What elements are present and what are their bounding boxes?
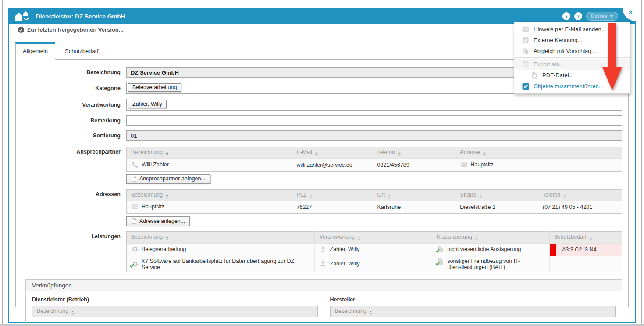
gear-icon (131, 245, 139, 253)
menu-separator (514, 57, 630, 58)
help-icon[interactable]: ? (574, 12, 582, 20)
person-icon (319, 260, 327, 267)
bemerkung-field[interactable] (126, 115, 622, 126)
adresse-anlegen-button[interactable]: Adresse anlegen... (126, 216, 190, 226)
col-header-verantwortung[interactable]: Verantwortung (315, 232, 432, 244)
check-circle-icon (18, 26, 25, 33)
titlebar-actions: i ? Extras (562, 12, 618, 21)
ansprechpartner-anlegen-button[interactable]: Ansprechpartner anlegen... (126, 174, 210, 184)
sort-icon (388, 194, 391, 199)
sort-icon (590, 236, 592, 241)
address-card-icon (131, 203, 139, 211)
sort-icon (398, 152, 401, 156)
tab-allgemein[interactable]: Allgemein (15, 42, 55, 60)
copy-icon (522, 48, 529, 55)
export-icon (522, 61, 529, 68)
gear-icon (131, 260, 139, 268)
extras-menu: Hinweis per E-Mail senden... Externe Ken… (514, 22, 630, 94)
new-document-icon (131, 176, 137, 182)
check-icon (130, 263, 134, 269)
dialog-titlebar: Dienstleister: DZ Service GmbH i ? Extra… (9, 9, 635, 24)
bemerkung-label: Bemerkung (16, 116, 126, 125)
col-header-email[interactable]: E-Mail (292, 147, 373, 159)
sort-icon (358, 236, 360, 241)
adressen-label: Adressen (16, 189, 126, 200)
table-row[interactable]: Belegverarbeitung Zahler, Willy nicht we… (127, 244, 622, 256)
verantwortung-field[interactable]: Zahler, Willy (126, 99, 622, 111)
last-released-version-link[interactable]: Zur letzten freigegebenen Version... (27, 26, 124, 33)
chevron-down-icon (610, 15, 613, 18)
empty-table-header: Bezeichnung (330, 306, 616, 317)
sort-icon (315, 152, 318, 156)
extras-button[interactable]: Extras (586, 12, 618, 21)
sort-icon (166, 152, 168, 156)
sort-icon (370, 311, 372, 315)
tab-schutzbedarf[interactable]: Schutzbedarf (55, 43, 108, 59)
form-row-sortierung: Sortierung (16, 130, 622, 141)
close-icon: ✕ (628, 9, 633, 16)
classification-document-icon (437, 245, 444, 253)
dienstleister-betrieb-section: Dienstleister (Betrieb) Bezeichnung (32, 297, 318, 317)
new-document-icon (131, 218, 137, 224)
col-header-ort[interactable]: Ort (373, 189, 455, 201)
tab-panel-allgemein: Bezeichnung Kategorie Belegverarbeitung … (15, 59, 629, 307)
verknuepfungen-box: Verknüpfungen Dienstleister (Betrieb) Be… (25, 279, 622, 324)
sort-icon (475, 236, 478, 241)
address-card-icon (460, 161, 467, 168)
sort-icon (166, 194, 168, 199)
menu-item-export-als: Export als... (514, 59, 630, 70)
verknuepfungen-title: Verknüpfungen (26, 280, 622, 291)
col-header-telefon[interactable]: Telefon (538, 189, 622, 201)
menu-item-pdf-datei[interactable]: PDF-Datei... (514, 70, 630, 81)
bezeichnung-label: Bezeichnung (16, 68, 126, 77)
menu-item-abgleich-vorschlag[interactable]: Abgleich mit Vorschlag... (514, 46, 630, 57)
sort-icon (71, 311, 74, 315)
sortierung-field[interactable] (126, 130, 622, 141)
col-header-bezeichnung[interactable]: Bezeichnung (127, 147, 292, 159)
kategorie-chip[interactable]: Belegverarbeitung (128, 83, 181, 92)
col-header-klassifizierung[interactable]: Klassifizierung (432, 232, 550, 244)
verantwortung-chip[interactable]: Zahler, Willy (128, 100, 167, 108)
verantwortung-label: Verantwortung (16, 100, 126, 110)
info-icon[interactable]: i (562, 12, 570, 20)
col-header-bezeichnung[interactable]: Bezeichnung (127, 189, 292, 201)
schutzbedarf-cell: A3:3 C2 I3 N4 (549, 244, 622, 256)
menu-item-objekte-zusammenfuehren[interactable]: Objekte zusammenführen... (514, 81, 630, 92)
col-header-telefon[interactable]: Telefon (373, 147, 455, 159)
schutzbedarf-level-block (550, 244, 556, 256)
window-bottom-edge (0, 324, 644, 326)
leistungen-label: Leistungen (16, 231, 126, 242)
hersteller-section: Hersteller Bezeichnung (330, 297, 616, 317)
col-header-bezeichnung[interactable]: Bezeichnung (127, 232, 315, 244)
sort-icon (310, 194, 312, 199)
person-icon (319, 245, 327, 253)
sort-icon (483, 152, 486, 156)
form-row-adressen: Adressen Bezeichnung PLZ Ort Straße Tele… (16, 189, 622, 226)
envelope-icon (522, 26, 529, 33)
contact-phone-icon (131, 161, 139, 168)
sortierung-label: Sortierung (16, 131, 126, 140)
menu-item-hinweis-email[interactable]: Hinweis per E-Mail senden... (514, 24, 630, 35)
empty-table-header: Bezeichnung (32, 306, 318, 317)
dienstleister-betrieb-label: Dienstleister (Betrieb) (32, 297, 318, 303)
check-icon (435, 261, 440, 267)
dialog-title: Dienstleister: DZ Service GmbH (36, 13, 562, 20)
sort-icon (480, 194, 482, 199)
form-row-ansprechpartner: Ansprechpartner Bezeichnung E-Mail Telef… (16, 147, 622, 184)
table-row[interactable]: K7 Software auf Bankarbeitsplatz für Dat… (127, 256, 622, 272)
col-header-schutzbedarf[interactable]: Schutzbedarf (549, 232, 622, 244)
pdf-file-icon (531, 72, 538, 79)
merge-objects-icon (522, 83, 529, 90)
adressen-table: Bezeichnung PLZ Ort Straße Telefon Haupt… (126, 189, 622, 214)
table-row[interactable]: Hauptsitz 76227 Karlsruhe Dieselstraße 1… (127, 201, 622, 214)
edit-icon (522, 37, 529, 44)
menu-item-externe-kennung[interactable]: Externe Kennung... (514, 35, 630, 46)
table-row[interactable]: Willi Zahler willi.zahler@service.de 032… (127, 159, 622, 172)
col-header-plz[interactable]: PLZ (292, 189, 373, 201)
ansprechpartner-table: Bezeichnung E-Mail Telefon Adresse Willi… (126, 147, 622, 172)
leistungen-table: Bezeichnung Verantwortung Klassifizierun… (126, 231, 622, 272)
check-icon (435, 248, 440, 254)
col-header-adresse[interactable]: Adresse (455, 147, 622, 159)
col-header-strasse[interactable]: Straße (455, 189, 538, 201)
hersteller-label: Hersteller (330, 297, 616, 303)
